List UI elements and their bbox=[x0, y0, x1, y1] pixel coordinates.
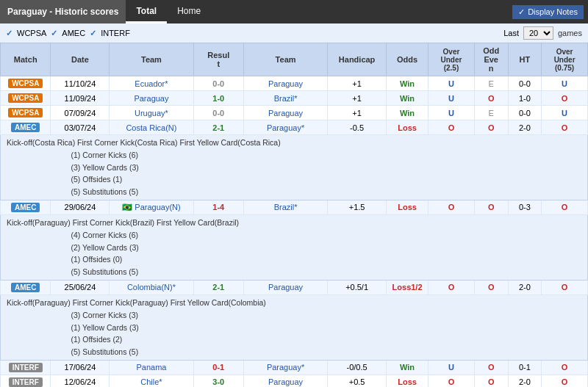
filter-interf[interactable]: INTERF bbox=[101, 29, 130, 37]
over-under-075: U bbox=[542, 106, 588, 120]
th-ht: HT bbox=[508, 43, 542, 76]
th-date: Date bbox=[51, 43, 110, 76]
detail-content: Kick-off(Costa Rica) First Corner Kick(C… bbox=[1, 135, 588, 200]
over-under-075: O bbox=[542, 120, 588, 135]
match-badge: WCPSA bbox=[1, 91, 51, 106]
over-under-25: O bbox=[429, 120, 475, 135]
team1-name[interactable]: Colombia(N)* bbox=[110, 280, 193, 294]
detail-row: Kick-off(Paraguay) First Corner Kick(Bra… bbox=[1, 214, 588, 280]
check-icon-amec: ✓ bbox=[51, 29, 57, 38]
over-under-25: O bbox=[429, 280, 475, 294]
odd-even-value: O bbox=[474, 120, 508, 135]
over-under-25: O bbox=[429, 200, 475, 214]
th-odd-even: OddEven bbox=[474, 43, 508, 76]
match-score: 2-1 bbox=[193, 280, 243, 294]
team1-name[interactable]: 🇧🇷 Paraguay(N) bbox=[110, 200, 193, 214]
team1-name[interactable]: Panama bbox=[110, 360, 193, 375]
odds-value: Win bbox=[387, 106, 429, 120]
match-date: 25/06/24 bbox=[51, 280, 110, 294]
header-tabs: Total Home bbox=[126, 0, 211, 23]
display-notes-button[interactable]: ✓ Display Notes bbox=[512, 5, 584, 19]
check-icon-interf: ✓ bbox=[90, 29, 96, 38]
th-over075: OverUnder(0.75) bbox=[542, 43, 588, 76]
odds-value: Win bbox=[387, 360, 429, 375]
table-row: AMEC 25/06/24 Colombia(N)* 2-1 Paraguay … bbox=[1, 280, 588, 294]
handicap-value: +1 bbox=[328, 76, 387, 91]
odds-value: Loss bbox=[387, 375, 429, 387]
team2-name[interactable]: Paraguay bbox=[244, 76, 328, 91]
match-badge: INTERF bbox=[1, 375, 51, 387]
over-under-075: O bbox=[542, 200, 588, 214]
team1-name[interactable]: Chile* bbox=[110, 375, 193, 387]
over-under-075: O bbox=[542, 375, 588, 387]
check-icon-wcpsa: ✓ bbox=[6, 29, 12, 38]
team2-name[interactable]: Paraguay* bbox=[244, 120, 328, 135]
team2-name[interactable]: Paraguay* bbox=[244, 360, 328, 375]
team1-name[interactable]: Ecuador* bbox=[110, 76, 193, 91]
match-date: 29/06/24 bbox=[51, 200, 110, 214]
team2-name[interactable]: Paraguay bbox=[244, 280, 328, 294]
match-badge: AMEC bbox=[1, 200, 51, 214]
table-row: WCPSA 11/09/24 Paraguay 1-0 Brazil* +1 W… bbox=[1, 91, 588, 106]
odd-even-value: O bbox=[474, 91, 508, 106]
team1-name[interactable]: Uruguay* bbox=[110, 106, 193, 120]
table-row: INTERF 17/06/24 Panama 0-1 Paraguay* -0/… bbox=[1, 360, 588, 375]
match-score: 2-1 bbox=[193, 120, 243, 135]
ht-score: 0-1 bbox=[508, 360, 542, 375]
ht-score: 0-0 bbox=[508, 76, 542, 91]
handicap-value: +0.5/1 bbox=[328, 280, 387, 294]
odds-value: Loss bbox=[387, 200, 429, 214]
th-odds: Odds bbox=[387, 43, 429, 76]
match-badge: AMEC bbox=[1, 280, 51, 294]
team2-name[interactable]: Brazil* bbox=[244, 91, 328, 106]
games-label: games bbox=[558, 29, 582, 37]
odds-value: Loss bbox=[387, 120, 429, 135]
over-under-25: U bbox=[429, 91, 475, 106]
header-bar: Paraguay - Historic scores Total Home ✓ … bbox=[0, 0, 588, 23]
team2-name[interactable]: Paraguay bbox=[244, 106, 328, 120]
handicap-value: +1.5 bbox=[328, 200, 387, 214]
filter-wcpsa[interactable]: WCPSA bbox=[17, 29, 46, 37]
odd-even-value: E bbox=[474, 76, 508, 91]
match-badge: WCPSA bbox=[1, 76, 51, 91]
filter-amec[interactable]: AMEC bbox=[62, 29, 85, 37]
table-row: AMEC 29/06/24 🇧🇷 Paraguay(N) 1-4 Brazil*… bbox=[1, 200, 588, 214]
handicap-value: -0/0.5 bbox=[328, 360, 387, 375]
over-under-25: U bbox=[429, 360, 475, 375]
ht-score: 0-0 bbox=[508, 106, 542, 120]
over-under-075: O bbox=[542, 360, 588, 375]
match-date: 03/07/24 bbox=[51, 120, 110, 135]
match-badge: WCPSA bbox=[1, 106, 51, 120]
th-handicap: Handicap bbox=[328, 43, 387, 76]
last-select[interactable]: 20103050 bbox=[523, 26, 553, 40]
match-date: 11/09/24 bbox=[51, 91, 110, 106]
team1-name[interactable]: Costa Rica(N) bbox=[110, 120, 193, 135]
filter-bar: ✓ WCPSA ✓ AMEC ✓ INTERF Last 20103050 ga… bbox=[0, 23, 588, 43]
th-team2: Team bbox=[244, 43, 328, 76]
odd-even-value: E bbox=[474, 106, 508, 120]
team2-name[interactable]: Paraguay bbox=[244, 375, 328, 387]
th-match: Match bbox=[1, 43, 51, 76]
tab-home[interactable]: Home bbox=[167, 0, 211, 23]
match-score: 3-0 bbox=[193, 375, 243, 387]
over-under-075: O bbox=[542, 91, 588, 106]
odd-even-value: O bbox=[474, 375, 508, 387]
match-score: 0-1 bbox=[193, 360, 243, 375]
over-under-25: U bbox=[429, 106, 475, 120]
match-score: 0-0 bbox=[193, 76, 243, 91]
matches-table: Match Date Team Result Team Handicap Odd… bbox=[0, 43, 588, 387]
team1-name[interactable]: Paraguay bbox=[110, 91, 193, 106]
over-under-25: U bbox=[429, 76, 475, 91]
match-score: 1-0 bbox=[193, 91, 243, 106]
table-row: WCPSA 07/09/24 Uruguay* 0-0 Paraguay +1 … bbox=[1, 106, 588, 120]
team2-name[interactable]: Brazil* bbox=[244, 200, 328, 214]
odd-even-value: O bbox=[474, 280, 508, 294]
match-date: 12/06/24 bbox=[51, 375, 110, 387]
tab-total[interactable]: Total bbox=[126, 0, 167, 23]
handicap-value: +1 bbox=[328, 106, 387, 120]
handicap-value: -0.5 bbox=[328, 120, 387, 135]
odds-value: Win bbox=[387, 91, 429, 106]
th-over25: OverUnder(2.5) bbox=[429, 43, 475, 76]
ht-score: 2-0 bbox=[508, 280, 542, 294]
handicap-value: +0.5 bbox=[328, 375, 387, 387]
